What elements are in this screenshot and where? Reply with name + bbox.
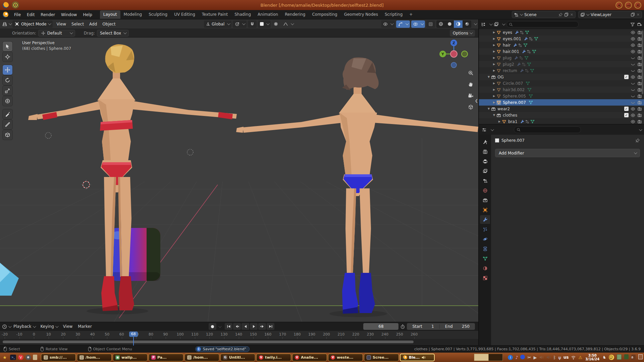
outliner-row[interactable]: ▶ Sphere.005 — [479, 93, 644, 99]
tool-rotate[interactable] — [3, 75, 12, 85]
properties-tab-world[interactable] — [480, 186, 490, 195]
drag-action-dropdown[interactable]: Select Box — [97, 30, 129, 37]
tab-texture-paint[interactable]: Texture Paint — [199, 10, 231, 19]
vivaldi-launcher-icon[interactable]: V — [18, 355, 23, 360]
current-frame-field[interactable]: 68 — [363, 323, 398, 330]
mesh-data-icon[interactable] — [526, 81, 530, 85]
mesh-data-icon[interactable] — [529, 94, 533, 98]
transform-orientation-dropdown[interactable]: Global — [204, 20, 231, 28]
tool-cursor[interactable] — [3, 52, 12, 62]
hide-eye-closed-icon[interactable] — [631, 81, 635, 86]
outliner-row[interactable]: ▶ eyes — [479, 29, 644, 36]
tab-modeling[interactable]: Modeling — [120, 10, 146, 19]
mode-dropdown[interactable]: Object Mode — [12, 20, 53, 28]
outliner-row[interactable]: ▼ wear2 ✓ — [479, 106, 644, 112]
vertex-group-icon[interactable] — [522, 62, 526, 66]
disable-render-camera-icon[interactable] — [637, 107, 642, 111]
outliner-row[interactable]: ▶ eyes.001 — [479, 36, 644, 42]
taskbar-window-twilyi[interactable]: V twily.i... — [256, 354, 291, 361]
disable-render-camera-icon[interactable] — [637, 87, 642, 92]
tab-shading[interactable]: Shading — [231, 10, 254, 19]
delete-scene-icon[interactable] — [570, 13, 574, 16]
hide-eye-icon[interactable] — [631, 75, 635, 79]
archive-app-icon[interactable] — [33, 355, 37, 360]
tool-measure[interactable] — [3, 120, 12, 129]
viewport-3d[interactable]: User Perspective (68) clothes | Sphere.0… — [0, 38, 478, 322]
outliner-row[interactable]: ▼ OG ✓ — [479, 74, 644, 80]
jump-to-start-button[interactable] — [225, 323, 232, 330]
menu-edit[interactable]: Edit — [24, 11, 38, 18]
shading-material-preview-button[interactable] — [454, 20, 463, 28]
jump-to-end-button[interactable] — [267, 323, 274, 330]
modifier-wrench-icon[interactable] — [515, 31, 519, 35]
mesh-data-icon[interactable] — [530, 119, 535, 124]
snap-toggle[interactable] — [248, 20, 257, 28]
modifier-wrench-icon[interactable] — [513, 43, 517, 47]
mesh-data-icon[interactable] — [527, 87, 532, 92]
timeline-menu-view[interactable]: View — [60, 323, 75, 330]
hide-eye-closed-icon[interactable] — [631, 100, 635, 105]
hide-eye-closed-icon[interactable] — [631, 62, 635, 67]
mesh-data-icon[interactable] — [532, 49, 536, 54]
zoom-button[interactable] — [466, 68, 475, 77]
outliner-row[interactable]: ▶ hair3d.002 — [479, 86, 644, 93]
gradient-cube-object[interactable] — [109, 228, 160, 281]
hide-eye-icon[interactable] — [631, 107, 635, 111]
expand-arrow-icon[interactable]: ▶ — [492, 31, 496, 34]
properties-tab-constraints[interactable] — [480, 244, 490, 253]
mesh-data-icon[interactable] — [525, 30, 529, 35]
navigation-gizmo[interactable]: Z Y — [439, 38, 469, 75]
properties-tab-modifiers[interactable] — [480, 215, 490, 224]
pin-icon[interactable] — [635, 138, 640, 143]
hide-eye-closed-icon[interactable] — [631, 56, 635, 60]
tool-scale[interactable] — [3, 86, 12, 96]
properties-tab-render[interactable] — [480, 147, 490, 156]
taskbar-window-weste[interactable]: V weste... — [328, 354, 363, 361]
disable-render-camera-icon[interactable] — [637, 43, 642, 48]
properties-tab-data[interactable] — [480, 254, 490, 263]
disable-render-camera-icon[interactable] — [637, 113, 642, 118]
new-scene-icon[interactable] — [564, 12, 569, 17]
new-collection-icon[interactable] — [637, 22, 642, 27]
workspace-1[interactable] — [474, 354, 488, 361]
editor-type-timeline-icon[interactable] — [2, 324, 7, 329]
disable-render-camera-icon[interactable] — [637, 94, 642, 99]
options-dropdown[interactable]: Options — [450, 30, 475, 37]
modifier-wrench-icon[interactable] — [524, 37, 528, 41]
disable-render-camera-icon[interactable] — [637, 30, 642, 35]
hide-eye-closed-icon[interactable] — [631, 94, 635, 99]
auto-keying-record-button[interactable] — [209, 323, 216, 330]
start-menu-icon[interactable]: ★ — [1, 354, 8, 361]
filter-funnel-icon[interactable] — [630, 22, 635, 27]
outliner-row[interactable]: ▶ hair — [479, 42, 644, 48]
drag-orientation-dropdown[interactable]: Default — [38, 30, 75, 37]
previous-keyframe-button[interactable] — [233, 323, 241, 330]
mesh-data-icon[interactable] — [527, 62, 531, 66]
taskbar-window-wallp[interactable]: ▣ wallp... — [113, 354, 148, 361]
disable-render-camera-icon[interactable] — [637, 56, 642, 60]
modifier-wrench-icon[interactable] — [522, 50, 526, 54]
outliner-row[interactable]: ▶ plug2 — [479, 61, 644, 67]
outliner-row[interactable]: ▶ Circle.007 — [479, 80, 644, 86]
minimize-button[interactable]: ▾ — [615, 2, 623, 9]
mesh-data-icon[interactable] — [524, 56, 529, 60]
editor-type-properties-icon[interactable] — [482, 127, 487, 132]
menu-file[interactable]: File — [11, 11, 24, 18]
expand-arrow-icon[interactable]: ▶ — [492, 44, 496, 47]
sidebar-collapse-arrow[interactable]: ❮ — [475, 99, 478, 103]
shading-rendered-button[interactable] — [463, 20, 471, 28]
vertex-group-icon[interactable] — [527, 50, 531, 54]
editor-type-3d-viewport-icon[interactable] — [2, 21, 7, 27]
timeline-scrollbar[interactable] — [3, 341, 414, 343]
taskbar-window-hom[interactable]: ▯ /hom... — [184, 354, 219, 361]
vertex-group-icon[interactable] — [525, 120, 529, 124]
properties-tab-scene[interactable] — [480, 176, 490, 185]
expand-arrow-icon[interactable]: ▶ — [492, 88, 496, 91]
menu-window[interactable]: Window — [58, 11, 80, 18]
disable-render-camera-icon[interactable] — [637, 75, 642, 79]
play-reverse-button[interactable] — [241, 323, 249, 330]
timeline-menu-keying[interactable]: Keying — [38, 323, 60, 330]
properties-tab-texture[interactable] — [480, 274, 490, 282]
disable-render-camera-icon[interactable] — [637, 68, 642, 73]
modifier-wrench-icon[interactable] — [514, 56, 518, 60]
